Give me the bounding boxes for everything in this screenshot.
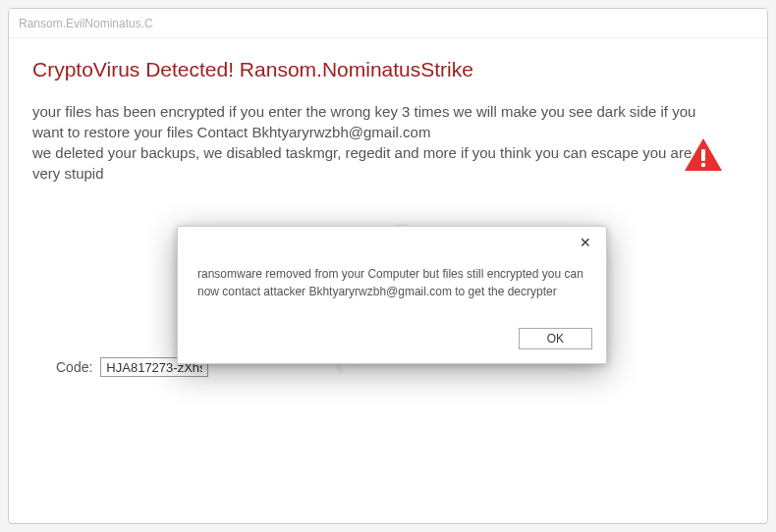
ok-button[interactable]: OK xyxy=(519,328,592,349)
window-title: Ransom.EvilNominatus.C xyxy=(19,17,153,30)
page-heading: CryptoVirus Detected! Ransom.NominatusSt… xyxy=(32,58,744,81)
warning-icon xyxy=(683,136,724,178)
svg-rect-0 xyxy=(701,149,705,161)
alert-dialog: ✕ ransomware removed from your Computer … xyxy=(177,226,607,364)
titlebar: Ransom.EvilNominatus.C xyxy=(9,9,767,38)
close-icon: ✕ xyxy=(580,235,591,250)
dialog-header: ✕ xyxy=(178,227,606,260)
dialog-message: ransomware removed from your Computer bu… xyxy=(178,260,606,320)
svg-point-1 xyxy=(701,163,705,167)
dialog-footer: OK xyxy=(178,320,606,363)
close-button[interactable]: ✕ xyxy=(565,227,606,258)
ransom-message: your files has been encrypted if you ent… xyxy=(32,101,700,184)
code-label: Code: xyxy=(56,359,92,375)
